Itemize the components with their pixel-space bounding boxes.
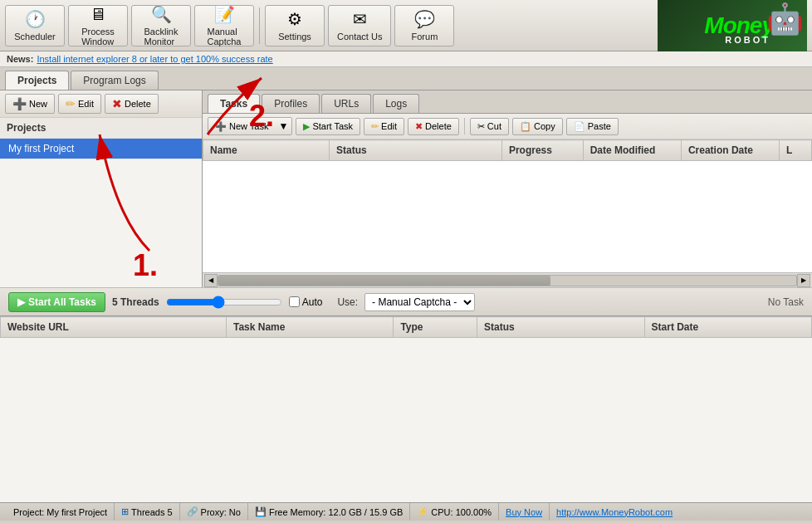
edit-project-button[interactable]: ✏ Edit [58,94,101,114]
top-tabs: Projects Program Logs [0,67,812,90]
captcha-select[interactable]: - Manual Captcha - [364,293,475,311]
delete-task-button[interactable]: ✖ Delete [408,118,459,135]
status-memory: 💾 Free Memory: 12.0 GB / 15.9 GB [248,503,410,521]
cut-button[interactable]: ✂ Cut [470,118,509,135]
scheduler-label: Scheduler [14,32,56,42]
tab-program-logs[interactable]: Program Logs [71,71,158,90]
tab-logs[interactable]: Logs [373,94,419,113]
news-link[interactable]: Install internet explorer 8 or later to … [37,54,272,64]
hscrollbar-thumb[interactable] [218,276,550,286]
new-task-icon: ➕ [215,121,227,132]
col-website-url: Website URL [1,317,227,338]
col-progress: Progress [501,140,583,161]
col-type: Type [394,317,477,338]
settings-label: Settings [278,32,311,42]
start-task-icon: ▶ [303,121,310,132]
tab-urls[interactable]: URLs [321,94,371,113]
contact-us-button[interactable]: ✉ Contact Us [328,5,391,46]
col-status-bottom: Status [477,317,644,338]
threads-icon: ⊞ [121,506,129,517]
backlink-monitor-button[interactable]: 🔍 BacklinkMonitor [131,5,191,46]
edit-task-icon: ✏ [371,121,379,132]
main-content: Projects Program Logs ➕ New ✏ Edit ✖ Del… [0,67,812,502]
bottom-controls: ▶ Start All Tasks 5 Threads Auto Use: - … [0,287,812,315]
start-task-button[interactable]: ▶ Start Task [296,118,360,135]
status-cpu-label: CPU: 100.00% [431,507,492,517]
status-cpu: ⚡ CPU: 100.00% [410,503,499,521]
projects-toolbar: ➕ New ✏ Edit ✖ Delete [0,90,202,118]
projects-panel: ➕ New ✏ Edit ✖ Delete Projects My first … [0,90,203,287]
inner-tabs: Tasks Profiles URLs Logs [203,90,812,114]
new-task-button[interactable]: ➕ New Task [208,118,275,134]
auto-checkbox[interactable] [289,296,300,307]
process-window-button[interactable]: 🖥 ProcessWindow [68,5,128,46]
delete-project-button[interactable]: ✖ Delete [105,94,159,114]
tab-tasks[interactable]: Tasks [208,94,260,113]
new-project-button[interactable]: ➕ New [5,94,55,114]
threads-slider[interactable] [166,296,282,309]
status-proxy-label: Proxy: No [201,507,241,517]
auto-checkbox-label: Auto [289,296,323,308]
tasks-data-table: Name Status Progress Date Modified Creat… [203,139,812,161]
status-threads-label: Threads 5 [131,507,173,517]
backlink-monitor-label: BacklinkMonitor [144,27,179,46]
status-memory-label: Free Memory: 12.0 GB / 15.9 GB [269,507,403,517]
edit-task-button[interactable]: ✏ Edit [364,118,404,135]
col-task-name: Task Name [226,317,393,338]
threads-label: 5 Threads [112,296,159,308]
bottom-data-table: Website URL Task Name Type Status Start … [0,316,812,338]
backlink-monitor-icon: 🔍 [151,4,172,24]
new-task-dropdown[interactable]: ▼ [275,118,291,134]
cut-icon: ✂ [477,121,485,132]
logo-robot-icon: 🤖 [766,2,804,37]
projects-header: Projects [0,118,202,139]
toolbar-divider [259,7,260,44]
tab-projects[interactable]: Projects [5,71,69,90]
forum-label: Forum [412,32,438,42]
status-proxy: 🔗 Proxy: No [180,503,248,521]
scheduler-button[interactable]: 🕐 Scheduler [5,5,65,46]
col-creation-date: Creation Date [681,140,779,161]
tasks-table: Name Status Progress Date Modified Creat… [203,139,812,272]
start-all-tasks-button[interactable]: ▶ Start All Tasks [8,292,105,312]
content-area: ➕ New ✏ Edit ✖ Delete Projects My first … [0,90,812,287]
settings-button[interactable]: ⚙ Settings [265,5,325,46]
col-name: Name [203,140,330,161]
edit-icon: ✏ [66,97,76,110]
projects-list: My first Project [0,139,202,287]
contact-us-label: Contact Us [337,32,382,42]
manual-captcha-label: ManualCaptcha [208,27,242,46]
right-panel: Tasks Profiles URLs Logs ➕ New Task [203,90,812,287]
memory-icon: 💾 [255,506,267,517]
delete-task-icon: ✖ [415,121,423,132]
use-label: Use: [337,296,358,308]
contact-us-icon: ✉ [353,9,367,29]
status-website[interactable]: http://www.MoneyRobot.com [550,503,679,521]
status-bar: Project: My first Project ⊞ Threads 5 🔗 … [0,502,812,521]
news-bar: News: Install internet explorer 8 or lat… [0,51,812,67]
project-item[interactable]: My first Project [0,139,202,159]
news-label: News: [7,54,33,64]
copy-icon: 📋 [520,121,531,132]
status-project: Project: My first Project [7,503,115,521]
settings-icon: ⚙ [287,9,302,29]
logo-sub: ROBOT [725,35,770,45]
scroll-left-arrow[interactable]: ◀ [204,274,218,287]
status-project-label: Project: My first Project [13,507,107,517]
cpu-icon: ⚡ [417,506,428,517]
tab-profiles[interactable]: Profiles [262,94,320,113]
bottom-table-area: Website URL Task Name Type Status Start … [0,315,812,502]
manual-captcha-button[interactable]: 📝 ManualCaptcha [194,5,254,46]
hscrollbar[interactable] [218,275,797,286]
buy-now-link[interactable]: Buy Now [506,507,542,517]
paste-icon: 📄 [574,121,585,132]
no-task-label: No Task [768,296,804,308]
status-buy-now[interactable]: Buy Now [499,503,550,521]
forum-button[interactable]: 💬 Forum [394,5,454,46]
delete-icon: ✖ [112,97,122,110]
copy-button[interactable]: 📋 Copy [512,118,563,135]
paste-button[interactable]: 📄 Paste [566,118,619,135]
website-link[interactable]: http://www.MoneyRobot.com [556,507,673,517]
scroll-right-arrow[interactable]: ▶ [797,274,810,287]
col-date-modified: Date Modified [583,140,681,161]
